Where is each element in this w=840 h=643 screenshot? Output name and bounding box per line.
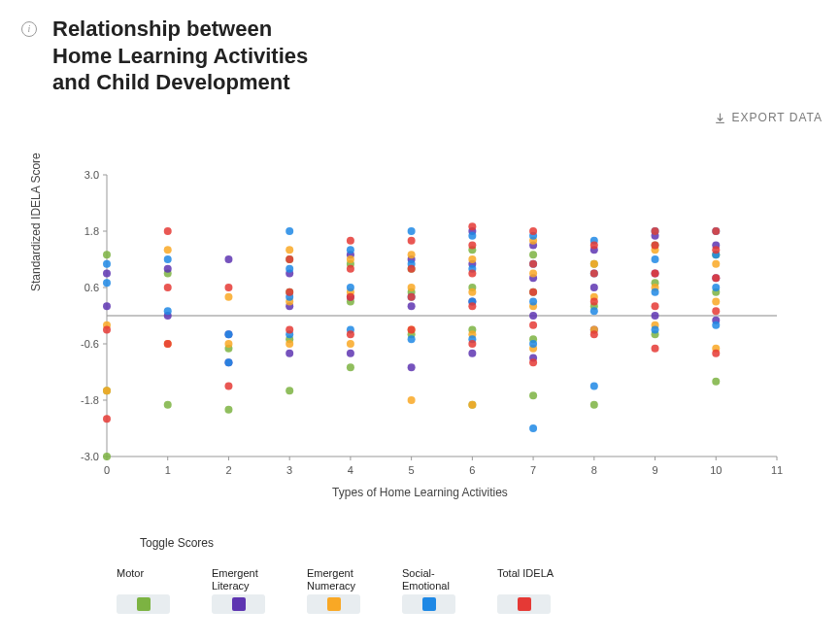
svg-point-41 <box>103 251 111 258</box>
svg-point-217 <box>712 246 720 254</box>
svg-point-171 <box>652 255 659 263</box>
legend-item[interactable]: Social-Emotional <box>402 567 470 614</box>
svg-point-206 <box>590 298 598 306</box>
svg-text:11: 11 <box>771 464 783 476</box>
svg-point-124 <box>468 288 476 296</box>
svg-point-139 <box>103 279 111 287</box>
svg-text:1: 1 <box>165 464 171 476</box>
svg-point-64 <box>590 401 598 409</box>
svg-point-117 <box>347 255 354 263</box>
svg-text:-3.0: -3.0 <box>81 451 99 462</box>
svg-point-196 <box>468 302 476 310</box>
legend-item[interactable]: Motor <box>117 567 185 614</box>
svg-point-211 <box>652 270 659 278</box>
svg-text:-1.8: -1.8 <box>81 394 99 406</box>
svg-point-182 <box>224 383 232 390</box>
svg-point-200 <box>529 358 537 366</box>
legend-item[interactable]: Emergent Literacy <box>212 567 280 614</box>
svg-text:10: 10 <box>710 464 722 476</box>
svg-point-194 <box>408 237 416 245</box>
scatter-chart: -3.0-1.8-0.60.61.83.001234567891011 <box>58 165 796 486</box>
svg-point-83 <box>347 350 354 357</box>
svg-point-98 <box>590 284 598 291</box>
svg-point-137 <box>712 298 720 306</box>
svg-point-152 <box>408 335 416 343</box>
svg-point-115 <box>347 340 354 348</box>
legend-label: Social-Emotional <box>402 567 470 592</box>
legend-row: MotorEmergent LiteracyEmergent NumeracyS… <box>117 567 622 614</box>
svg-point-109 <box>164 246 172 254</box>
svg-point-111 <box>224 293 232 301</box>
svg-point-74 <box>103 270 111 278</box>
svg-point-114 <box>286 246 293 254</box>
svg-point-125 <box>468 255 476 263</box>
svg-point-132 <box>590 260 598 268</box>
svg-point-150 <box>347 284 354 291</box>
svg-point-39 <box>103 453 111 460</box>
svg-point-42 <box>164 401 172 409</box>
header-row: i Relationship between Home Learning Act… <box>21 16 819 96</box>
svg-point-201 <box>529 322 537 329</box>
svg-point-110 <box>224 340 232 348</box>
export-data-button[interactable]: EXPORT DATA <box>714 111 823 124</box>
svg-point-100 <box>652 312 659 320</box>
svg-point-70 <box>712 378 720 386</box>
svg-point-179 <box>164 340 172 348</box>
legend-item[interactable]: Emergent Numeracy <box>307 567 375 614</box>
svg-text:7: 7 <box>530 464 536 476</box>
svg-point-208 <box>590 242 598 250</box>
legend-swatch <box>212 594 265 614</box>
svg-point-173 <box>712 322 720 329</box>
svg-point-170 <box>652 288 659 296</box>
svg-point-215 <box>712 307 720 315</box>
info-icon[interactable]: i <box>21 21 37 37</box>
svg-point-210 <box>652 302 659 310</box>
svg-point-128 <box>529 270 537 278</box>
svg-point-80 <box>286 350 293 357</box>
svg-point-76 <box>164 265 172 273</box>
svg-point-214 <box>712 350 720 357</box>
svg-text:0: 0 <box>104 464 110 476</box>
svg-text:1.8: 1.8 <box>84 225 99 237</box>
svg-point-189 <box>347 265 354 273</box>
svg-point-183 <box>224 284 232 291</box>
svg-point-177 <box>103 415 111 423</box>
svg-point-204 <box>529 227 537 235</box>
svg-point-144 <box>224 330 232 338</box>
svg-point-112 <box>286 340 293 348</box>
svg-point-184 <box>286 326 293 334</box>
svg-text:-0.6: -0.6 <box>81 338 99 350</box>
svg-point-121 <box>408 251 416 258</box>
svg-point-202 <box>529 288 537 296</box>
svg-point-190 <box>347 237 354 245</box>
page-title: Relationship between Home Learning Activ… <box>52 16 324 96</box>
svg-point-192 <box>408 293 416 301</box>
svg-point-89 <box>468 350 476 357</box>
svg-point-151 <box>347 246 354 254</box>
svg-point-185 <box>286 288 293 296</box>
svg-point-162 <box>529 298 537 306</box>
svg-point-141 <box>164 307 172 315</box>
svg-point-46 <box>286 387 293 394</box>
svg-point-218 <box>712 227 720 235</box>
legend-item[interactable]: Total IDELA <box>497 567 565 614</box>
svg-text:3: 3 <box>286 464 292 476</box>
download-icon <box>714 112 726 124</box>
svg-point-166 <box>590 307 598 315</box>
svg-point-197 <box>468 270 476 278</box>
svg-point-191 <box>408 326 416 334</box>
svg-point-73 <box>103 302 111 310</box>
svg-point-178 <box>103 326 111 334</box>
x-axis-label: Types of Home Learning Activities <box>0 486 840 499</box>
svg-point-60 <box>529 391 537 399</box>
svg-point-203 <box>529 260 537 268</box>
svg-point-120 <box>408 284 416 291</box>
svg-point-186 <box>286 255 293 263</box>
svg-point-148 <box>286 227 293 235</box>
svg-point-188 <box>347 293 354 301</box>
svg-point-195 <box>468 340 476 348</box>
legend-label: Motor <box>117 567 144 592</box>
svg-point-79 <box>224 255 232 263</box>
y-axis-label: Standardized IDELA Score <box>29 152 43 291</box>
page-root: i Relationship between Home Learning Act… <box>0 0 840 643</box>
